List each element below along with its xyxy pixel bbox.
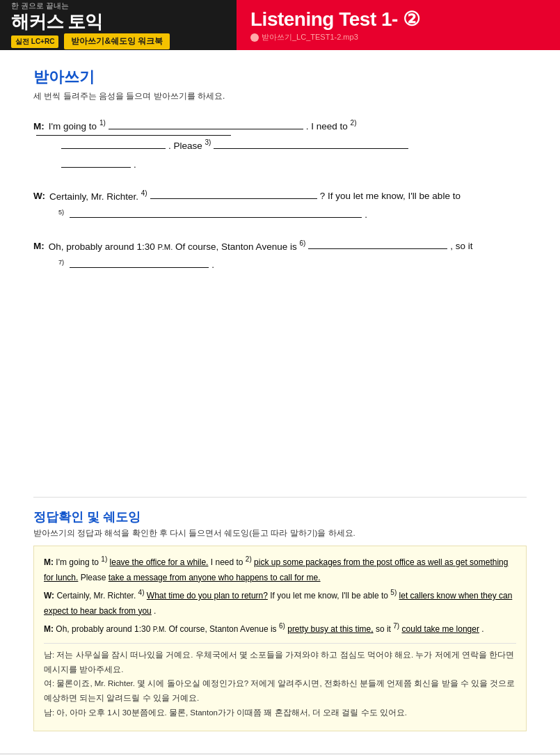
ans-m2-blank1: pretty busy at this time, — [287, 624, 373, 634]
w-text-2: ? If you let me know, I'll be able to — [320, 187, 461, 205]
m2-line-2: 7) . — [33, 255, 527, 274]
header-title: 해커스 토익 — [11, 13, 225, 31]
m-text-1: I'm going to 1) — [49, 116, 106, 135]
audio-icon — [250, 33, 259, 42]
ans-m2-speaker: M: — [44, 624, 54, 634]
m-please: . Please 3) — [168, 136, 211, 155]
korean-line-2: 여: 물론이죠, Mr. Richter. 몇 시에 돌아오실 예정인가요? 저… — [44, 676, 516, 705]
blank-6 — [308, 248, 447, 249]
ans-m-please: Please — [81, 573, 106, 582]
answer-section: 정답확인 및 쉐도잉 받아쓰기의 정답과 해석을 확인한 후 다시 들으면서 쉐… — [33, 497, 527, 731]
m2-line-1: M: Oh, probably around 1:30 P.M. Of cour… — [33, 237, 527, 255]
audio-info: 받아쓰기_LC_TEST1-2.mp3 — [250, 32, 546, 42]
answer-title: 정답확인 및 쉐도잉 — [33, 509, 527, 525]
m2-period: . — [211, 255, 214, 274]
ans-w-period: . — [154, 606, 156, 616]
header-right: Listening Test 1- ② 받아쓰기_LC_TEST1-2.mp3 — [237, 0, 560, 50]
blank-4 — [150, 198, 317, 199]
korean-line-1: 남: 저는 사무실을 잠시 떠나있을 거예요. 우체국에서 몇 소포들을 가져와… — [44, 648, 516, 676]
header-left: 한 권으로 끝내는 해커스 토익 실전 LC+RC 받아쓰기&쉐도잉 워크북 — [0, 0, 237, 50]
ans-w-text2: If you let me know, I'll be able to 5) — [270, 591, 397, 601]
ans-m-speaker: M: — [44, 557, 54, 567]
blank-3 — [214, 148, 408, 149]
ans-m2-text1: Oh, probably around 1:30 P.M. Of course,… — [56, 624, 285, 634]
m2-7-label: 7) — [58, 256, 64, 273]
ans-m-blank1: leave the office for a while. — [110, 557, 209, 567]
m-line-1: M: I'm going to 1) . I need to 2) — [33, 116, 527, 136]
w-text-1: Certainly, Mr. Richter. 4) — [49, 186, 147, 205]
blank-2b — [61, 148, 166, 149]
dictation-title: 받아쓰기 — [33, 67, 527, 88]
dictation-subtitle: 세 번씩 들려주는 음성을 들으며 받아쓰기를 하세요. — [33, 90, 527, 102]
m2-dialog-block: M: Oh, probably around 1:30 P.M. Of cour… — [33, 237, 527, 274]
badge-lc: 실전 LC+RC — [11, 35, 58, 48]
test-title: Listening Test 1- ② — [250, 8, 546, 31]
answer-m-line: M: I'm going to 1) leave the office for … — [44, 553, 516, 585]
m-line-3: . — [33, 155, 527, 174]
m2-speaker: M: — [33, 237, 45, 255]
blank-5 — [70, 217, 362, 218]
korean-line-3: 남: 아, 아마 오후 1시 30분쯤에요. 물론, Stanton가가 이때쯤… — [44, 706, 516, 720]
m2-text-1: Oh, probably around 1:30 P.M. Of course,… — [49, 237, 306, 255]
m-speaker: M: — [33, 118, 45, 136]
w-line-1: W: Certainly, Mr. Richter. 4) ? If you l… — [33, 186, 527, 205]
w-line-2: 5) . — [33, 205, 527, 224]
blank-1 — [109, 129, 303, 129]
main-content: 받아쓰기 세 번씩 들려주는 음성을 들으며 받아쓰기를 하세요. M: I'm… — [0, 50, 560, 742]
ans-w-blank1: What time do you plan to return? — [147, 591, 268, 601]
m-dialog-block: M: I'm going to 1) . I need to 2) . Plea… — [33, 116, 527, 174]
badge-row: 실전 LC+RC 받아쓰기&쉐도잉 워크북 — [11, 33, 225, 49]
korean-section: 남: 저는 사무실을 잠시 떠나있을 거예요. 우체국에서 몇 소포들을 가져와… — [44, 643, 516, 724]
m2-text-2: , so it — [450, 237, 472, 255]
ans-m-text1: I'm going to 1) — [56, 557, 107, 567]
ans-m-blank3: take a message from anyone who happens t… — [109, 573, 321, 582]
m-text-2: . I need to 2) — [306, 116, 357, 135]
blank-7 — [70, 267, 209, 268]
w-speaker: W: — [33, 187, 45, 205]
m-line-2: . Please 3) — [33, 136, 527, 155]
ans-m2-period: . — [481, 624, 483, 634]
badge-workbook: 받아쓰기&쉐도잉 워크북 — [64, 33, 170, 49]
answer-subtitle: 받아쓰기의 정답과 해석을 확인한 후 다시 들으면서 쉐도잉(듣고 따라 말하… — [33, 528, 527, 539]
ans-m-text2: I need to 2) — [211, 557, 252, 567]
dictation-section: 받아쓰기 세 번씩 들려주는 음성을 들으며 받아쓰기를 하세요. M: I'm… — [33, 67, 527, 274]
m-period: . — [134, 155, 136, 174]
answer-m2-line: M: Oh, probably around 1:30 P.M. Of cour… — [44, 620, 516, 637]
ans-w-speaker: W: — [44, 591, 54, 601]
w-dialog-block: W: Certainly, Mr. Richter. 4) ? If you l… — [33, 186, 527, 224]
header: 한 권으로 끝내는 해커스 토익 실전 LC+RC 받아쓰기&쉐도잉 워크북 L… — [0, 0, 560, 50]
ans-m2-text2: so it 7) — [376, 624, 399, 634]
ans-w-text1: Certainly, Mr. Richter. 4) — [56, 591, 144, 601]
header-subtitle: 한 권으로 끝내는 — [11, 1, 225, 11]
answer-box: M: I'm going to 1) leave the office for … — [33, 546, 527, 731]
ans-m2-blank2: could take me longer — [402, 624, 479, 634]
w-5-label: 5) — [58, 206, 64, 223]
answer-w-line: W: Certainly, Mr. Richter. 4) What time … — [44, 587, 516, 619]
blank-3b — [61, 167, 131, 168]
w-period: . — [365, 205, 367, 224]
